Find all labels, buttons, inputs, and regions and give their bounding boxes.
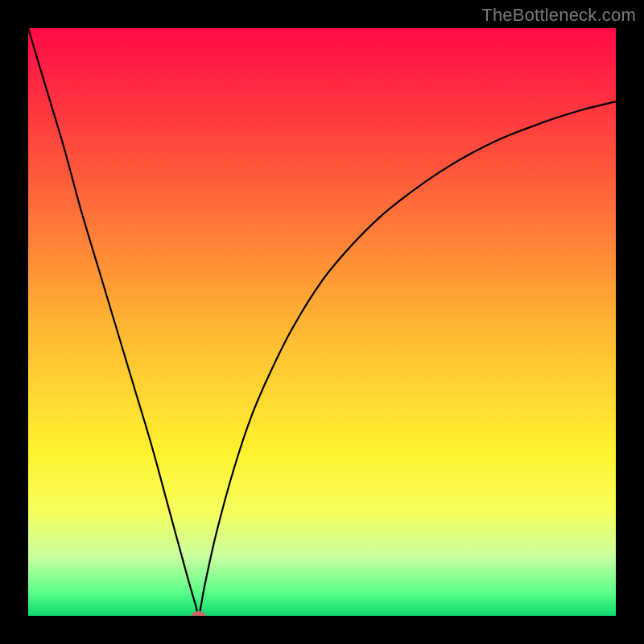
chart-frame: TheBottleneck.com bbox=[0, 0, 644, 644]
plot-area bbox=[28, 28, 616, 616]
watermark-text: TheBottleneck.com bbox=[481, 5, 636, 26]
gradient-background bbox=[28, 28, 616, 616]
chart-svg bbox=[28, 28, 616, 616]
